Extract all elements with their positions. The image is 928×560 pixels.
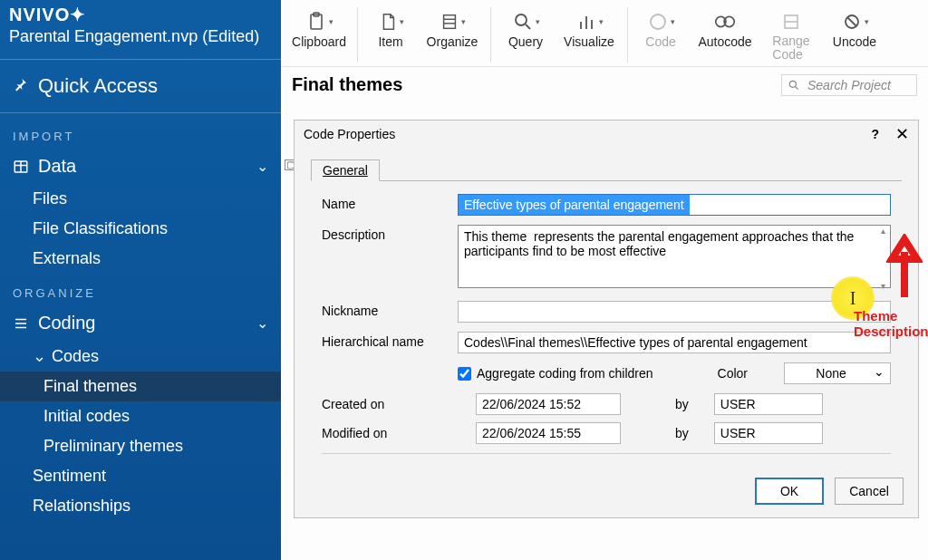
sidebar-data[interactable]: Data ⌄ [0,149,281,184]
chevron-down-icon: ⌄ [256,314,268,332]
color-select[interactable]: None [784,362,891,384]
svg-line-24 [796,87,798,90]
label-created: Created on [322,397,458,411]
label-modified: Modified on [322,426,458,440]
label-description: Description [322,225,458,242]
label-hierarchical: Hierarchical name [322,332,458,349]
dialog-title: Code Properties [304,127,395,141]
label-created-by: by [675,397,689,411]
pin-icon [13,74,29,98]
search-project[interactable]: Search Project [781,74,917,96]
quick-access[interactable]: Quick Access [0,63,281,109]
svg-point-23 [789,81,796,87]
section-import: IMPORT [0,117,281,149]
sidebar-relationships[interactable]: Relationships [0,491,281,521]
ribbon-code[interactable]: ▾ Code [635,5,686,64]
sidebar-file-classifications[interactable]: File Classifications [0,214,281,244]
sidebar-files[interactable]: Files [0,184,281,214]
ok-button[interactable]: OK [755,478,824,505]
ribbon-clipboard[interactable]: ▾ Clipboard [288,5,350,64]
code-properties-dialog: Code Properties ? ✕ General Name Effecti… [294,120,919,518]
uncode-icon: ▾ [841,9,869,34]
page-title: Final themes [292,74,770,95]
name-input[interactable] [458,194,891,216]
label-nickname: Nickname [322,301,458,318]
created-on [476,393,621,415]
query-icon: ▾ [512,9,540,34]
sidebar-codes[interactable]: ⌄Codes [0,341,281,372]
created-by [714,393,823,415]
search-icon [788,79,800,92]
svg-line-22 [847,17,856,26]
brand: NVIVO✦ [0,0,281,25]
sidebar-externals[interactable]: Externals [0,244,281,274]
nickname-input[interactable] [458,301,891,323]
modified-on [476,422,621,444]
label-name: Name [322,194,458,211]
ribbon: ▾ Clipboard ▾ Item ▾ Organize ▾ Query ▾ … [281,0,928,67]
ribbon-organize[interactable]: ▾ Organize [421,5,483,64]
code-icon: ▾ [647,9,675,34]
ribbon-item[interactable]: ▾ Item [365,5,416,64]
tab-general[interactable]: General [311,159,380,181]
visualize-icon: ▾ [575,9,604,34]
ribbon-uncode[interactable]: ▾ Uncode [824,5,885,64]
sidebar-coding[interactable]: Coding ⌄ [0,305,281,341]
sidebar-initial-codes[interactable]: Initial codes [0,401,281,431]
section-organize: ORGANIZE [0,274,281,305]
label-color: Color [718,366,748,381]
cancel-button[interactable]: Cancel [835,478,904,505]
svg-point-11 [516,14,527,25]
modified-by [714,422,823,444]
data-icon [13,159,29,175]
sidebar-sentiment[interactable]: Sentiment [0,461,281,491]
textarea-scrollbar[interactable]: ▴▾ [875,226,890,291]
item-icon: ▾ [378,9,404,34]
list-icon [13,315,29,332]
main: ▾ Clipboard ▾ Item ▾ Organize ▾ Query ▾ … [281,0,928,560]
sidebar-preliminary-themes[interactable]: Preliminary themes [0,431,281,461]
ribbon-visualize[interactable]: ▾ Visualize [558,5,620,64]
aggregate-checkbox[interactable]: Aggregate coding from children [458,366,653,381]
organize-icon: ▾ [440,9,466,34]
close-button[interactable]: ✕ [895,124,909,144]
clipboard-icon: ▾ [305,9,334,34]
aggregate-checkbox-input[interactable] [458,367,471,381]
tabstrip: General [311,159,902,181]
sidebar-final-themes[interactable]: Final themes [0,372,281,401]
ribbon-query[interactable]: ▾ Query [498,5,553,64]
help-button[interactable]: ? [871,127,879,141]
svg-rect-8 [443,15,455,29]
ribbon-autocode[interactable]: Autocode [691,5,759,64]
svg-point-16 [651,14,665,29]
hierarchical-name [458,332,891,353]
autocode-icon [713,9,737,34]
svg-line-12 [526,24,530,29]
chevron-down-icon: ⌄ [256,158,268,175]
project-name: Parental Engagement.nvp (Edited) [0,25,281,55]
ribbon-range-code[interactable]: Range Code [764,5,818,64]
label-modified-by: by [675,426,689,440]
range-code-icon [780,9,802,34]
sidebar: NVIVO✦ Parental Engagement.nvp (Edited) … [0,0,281,560]
description-textarea[interactable] [458,225,891,288]
